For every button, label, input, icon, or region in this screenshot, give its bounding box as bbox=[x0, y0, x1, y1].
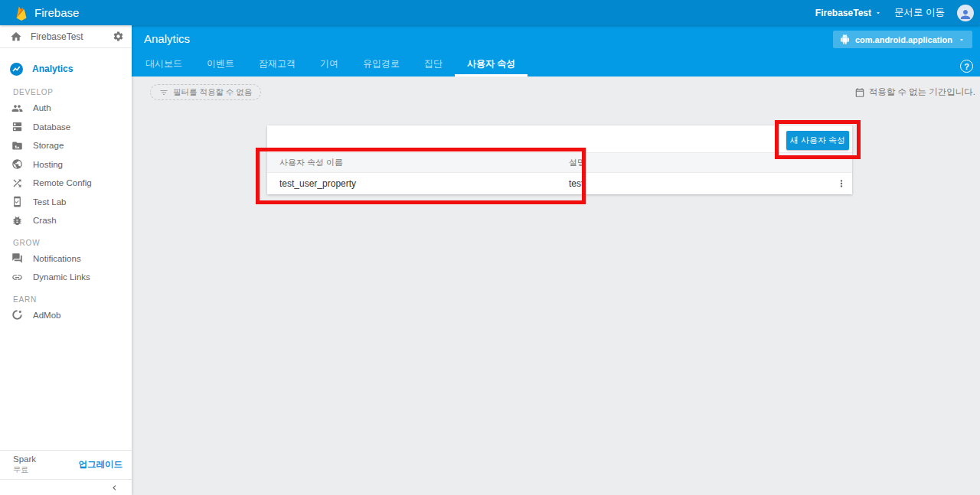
tab-user-properties[interactable]: 사용자 속성 bbox=[455, 52, 528, 77]
sidebar-item-label: Remote Config bbox=[33, 178, 92, 187]
sidebar-item-admob[interactable]: AdMob bbox=[0, 306, 132, 325]
sidebar-item-dynamic-links[interactable]: Dynamic Links bbox=[0, 268, 132, 287]
sidebar-section-earn: EARN bbox=[0, 287, 132, 306]
user-property-name: test_user_property bbox=[267, 178, 557, 189]
row-overflow-menu[interactable] bbox=[836, 178, 852, 189]
database-icon bbox=[11, 121, 23, 132]
sidebar-item-crash[interactable]: Crash bbox=[0, 211, 132, 230]
sidebar-item-label: Crash bbox=[33, 216, 57, 225]
sidebar-item-auth[interactable]: Auth bbox=[0, 99, 132, 118]
sidebar-item-label: Hosting bbox=[33, 160, 63, 169]
sidebar-project-header[interactable]: FirebaseTest bbox=[0, 25, 132, 48]
people-icon bbox=[11, 103, 23, 114]
content-area: 필터를 적용할 수 없음 적용할 수 없는 기간입니다. 사용자 속성 이름 설… bbox=[132, 77, 980, 495]
tab-cohorts[interactable]: 집단 bbox=[412, 52, 455, 77]
home-icon bbox=[10, 31, 22, 43]
main-area: Analytics com.android.application 대시보드 이… bbox=[132, 25, 980, 495]
app-selector[interactable]: com.android.application bbox=[833, 31, 972, 48]
table-header-row: 사용자 속성 이름 설명 bbox=[267, 152, 852, 173]
upgrade-link[interactable]: 업그레이드 bbox=[79, 459, 123, 471]
chevron-down-icon bbox=[874, 9, 882, 17]
more-vert-icon bbox=[836, 178, 847, 189]
sidebar-item-label: Auth bbox=[33, 103, 51, 112]
filter-icon bbox=[159, 88, 168, 97]
sidebar-item-label: Test Lab bbox=[33, 197, 66, 207]
sidebar-collapse-row bbox=[0, 479, 132, 495]
page-title: Analytics bbox=[144, 32, 190, 45]
tab-attribution[interactable]: 기여 bbox=[308, 52, 351, 77]
analytics-icon bbox=[10, 63, 23, 76]
admob-icon bbox=[11, 309, 23, 321]
avatar[interactable] bbox=[957, 5, 974, 21]
gear-icon[interactable] bbox=[113, 31, 124, 42]
chat-icon bbox=[11, 252, 23, 264]
bug-icon bbox=[11, 215, 23, 226]
sidebar-item-label: Analytics bbox=[32, 64, 73, 74]
firebase-brand[interactable]: Firebase bbox=[0, 5, 79, 21]
docs-link[interactable]: 문서로 이동 bbox=[894, 6, 945, 19]
tab-funnels[interactable]: 유입경로 bbox=[351, 52, 412, 77]
sidebar-item-remote-config[interactable]: Remote Config bbox=[0, 174, 132, 193]
tab-events[interactable]: 이벤트 bbox=[194, 52, 247, 77]
tab-audiences[interactable]: 잠재고객 bbox=[247, 52, 308, 77]
sidebar-item-database[interactable]: Database bbox=[0, 118, 132, 137]
column-header-description: 설명 bbox=[557, 157, 852, 168]
firebase-flame-icon bbox=[15, 5, 28, 21]
sidebar-item-hosting[interactable]: Hosting bbox=[0, 155, 132, 174]
sidebar-item-label: Storage bbox=[33, 141, 64, 150]
user-properties-card: 사용자 속성 이름 설명 test_user_property test bbox=[267, 125, 852, 194]
app-selector-label: com.android.application bbox=[855, 35, 952, 44]
calendar-icon bbox=[854, 87, 865, 98]
topbar-right: FirebaseTest 문서로 이동 bbox=[815, 5, 980, 21]
card-toolbar bbox=[267, 125, 852, 152]
plan-tier: 무료 bbox=[13, 464, 36, 475]
folder-icon bbox=[11, 140, 23, 151]
top-app-bar: Firebase FirebaseTest 문서로 이동 bbox=[0, 0, 980, 25]
sidebar-footer: Spark 무료 업그레이드 bbox=[0, 450, 132, 495]
sidebar-section-grow: GROW bbox=[0, 230, 132, 249]
sidebar-project-name: FirebaseTest bbox=[31, 31, 104, 42]
chevron-down-icon bbox=[958, 36, 965, 44]
sidebar-item-label: Dynamic Links bbox=[33, 272, 90, 282]
chevron-left-icon[interactable] bbox=[109, 483, 119, 493]
date-range[interactable]: 적용할 수 없는 기간입니다. bbox=[854, 86, 975, 98]
user-property-description: test bbox=[557, 178, 836, 189]
sidebar-item-analytics[interactable]: Analytics bbox=[0, 58, 132, 80]
sidebar-item-test-lab[interactable]: Test Lab bbox=[0, 193, 132, 212]
date-range-label: 적용할 수 없는 기간입니다. bbox=[869, 86, 975, 98]
remote-config-icon bbox=[11, 177, 23, 189]
sidebar: FirebaseTest Analytics DEVELOP Auth Data… bbox=[0, 25, 132, 495]
help-icon[interactable]: ? bbox=[960, 60, 973, 73]
plan-row: Spark 무료 업그레이드 bbox=[0, 450, 132, 479]
filter-chip[interactable]: 필터를 적용할 수 없음 bbox=[150, 84, 261, 100]
sidebar-item-notifications[interactable]: Notifications bbox=[0, 249, 132, 269]
android-icon bbox=[840, 34, 850, 44]
sidebar-item-label: Database bbox=[33, 122, 70, 132]
analytics-tabs: 대시보드 이벤트 잠재고객 기여 유입경로 집단 사용자 속성 bbox=[133, 52, 528, 77]
person-icon bbox=[959, 8, 972, 21]
filter-chip-label: 필터를 적용할 수 없음 bbox=[173, 87, 252, 98]
project-menu[interactable]: FirebaseTest bbox=[815, 8, 882, 18]
globe-icon bbox=[11, 158, 23, 170]
sidebar-item-label: AdMob bbox=[33, 311, 60, 320]
test-lab-icon bbox=[11, 196, 23, 207]
column-header-name: 사용자 속성 이름 bbox=[267, 157, 557, 168]
brand-label: Firebase bbox=[34, 6, 79, 19]
new-user-property-button[interactable]: 새 사용자 속성 bbox=[786, 131, 849, 150]
link-icon bbox=[11, 272, 23, 283]
tab-dashboard[interactable]: 대시보드 bbox=[133, 52, 194, 77]
plan-name: Spark bbox=[13, 454, 36, 464]
table-row[interactable]: test_user_property test bbox=[267, 173, 852, 194]
project-menu-label: FirebaseTest bbox=[815, 8, 871, 18]
sidebar-item-storage[interactable]: Storage bbox=[0, 136, 132, 155]
sidebar-section-develop: DEVELOP bbox=[0, 80, 132, 99]
analytics-header-band: Analytics com.android.application 대시보드 이… bbox=[132, 25, 980, 77]
sidebar-item-label: Notifications bbox=[33, 254, 81, 263]
